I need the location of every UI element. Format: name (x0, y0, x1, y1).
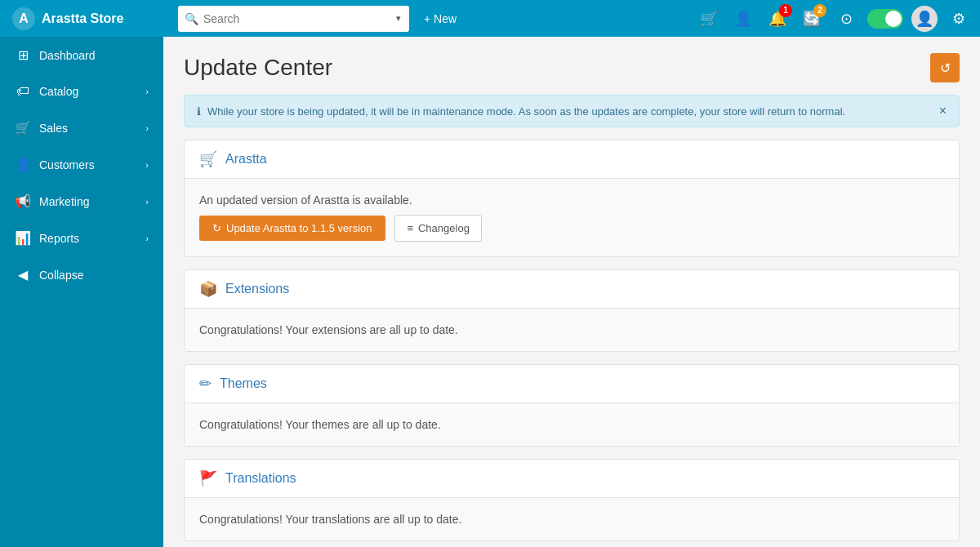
collapse-icon: ◀ (15, 267, 31, 282)
page-title: Update Center (184, 55, 332, 81)
sidebar-item-marketing[interactable]: 📢 Marketing › (0, 183, 163, 220)
arastta-card: 🛒 Arastta An updated version of Arastta … (184, 140, 960, 257)
themes-card-body: Congratulations! Your themes are all up … (185, 403, 959, 446)
sidebar-item-label: Sales (39, 122, 137, 135)
arastta-header-icon: 🛒 (199, 150, 217, 168)
extensions-card: 📦 Extensions Congratulations! Your exten… (184, 269, 960, 352)
extensions-status: Congratulations! Your extensions are all… (199, 323, 944, 336)
customers-icon: 👤 (15, 157, 31, 172)
notifications-button[interactable]: 🔔 1 (764, 6, 791, 32)
arastta-card-body: An updated version of Arastta is availab… (185, 179, 959, 256)
sidebar-item-customers[interactable]: 👤 Customers › (0, 146, 163, 183)
translations-card-header: 🚩 Translations (185, 460, 959, 498)
alert-close-button[interactable]: × (939, 104, 947, 118)
toggle-knob (885, 11, 902, 27)
arastta-card-title: Arastta (225, 152, 267, 167)
sidebar-item-catalog[interactable]: 🏷 Catalog › (0, 73, 163, 109)
maintenance-alert: ℹ While your store is being updated, it … (184, 95, 960, 127)
themes-status: Congratulations! Your themes are all up … (199, 418, 944, 431)
alert-message: While your store is being updated, it wi… (207, 105, 845, 118)
chevron-right-icon: › (145, 160, 149, 170)
user-button[interactable]: 👤 (730, 6, 756, 32)
search-input[interactable] (203, 12, 390, 25)
sales-icon: 🛒 (15, 120, 31, 136)
themes-card: ✏ Themes Congratulations! Your themes ar… (184, 364, 960, 447)
translations-card-body: Congratulations! Your translations are a… (185, 498, 959, 540)
sidebar-item-dashboard[interactable]: ⊞ Dashboard (0, 37, 163, 73)
layout: ⊞ Dashboard 🏷 Catalog › 🛒 Sales › 👤 Cust… (0, 37, 980, 547)
update-notice: An updated version of Arastta is availab… (199, 193, 944, 207)
changelog-icon: ≡ (407, 222, 413, 234)
update-icon: ↻ (212, 222, 221, 234)
translations-status: Congratulations! Your translations are a… (199, 513, 944, 526)
alert-text-row: ℹ While your store is being updated, it … (197, 105, 845, 118)
new-button[interactable]: + New (416, 8, 465, 29)
translations-card: 🚩 Translations Congratulations! Your tra… (184, 459, 960, 541)
themes-card-header: ✏ Themes (185, 365, 959, 403)
themes-card-title: Themes (220, 376, 267, 391)
brand: A Arastta Store (8, 7, 172, 30)
arastta-actions: ↻ Update Arastta to 1.1.5 version ≡ Chan… (199, 215, 944, 242)
extensions-card-body: Congratulations! Your extensions are all… (185, 309, 959, 351)
brand-icon: A (12, 7, 35, 30)
arastta-card-header: 🛒 Arastta (185, 140, 959, 179)
settings-button[interactable]: ⚙ (946, 6, 972, 32)
themes-header-icon: ✏ (199, 375, 212, 393)
update-arastta-button[interactable]: ↻ Update Arastta to 1.1.5 version (199, 216, 385, 241)
sidebar-item-label: Dashboard (39, 49, 149, 62)
sidebar-item-collapse[interactable]: ◀ Collapse (0, 256, 163, 293)
page-refresh-button[interactable]: ↺ (930, 53, 960, 82)
marketing-icon: 📢 (15, 193, 31, 209)
page-title-row: Update Center ↺ (184, 53, 960, 82)
account-button[interactable]: ⊙ (833, 6, 859, 32)
info-icon: ℹ (197, 105, 201, 118)
translations-header-icon: 🚩 (199, 469, 217, 487)
chevron-right-icon: › (145, 123, 149, 133)
refresh-badge: 2 (813, 4, 826, 17)
sidebar-item-label: Marketing (39, 195, 137, 208)
theme-toggle[interactable] (867, 9, 903, 29)
translations-card-title: Translations (225, 471, 296, 486)
sidebar-item-label: Customers (39, 158, 137, 171)
search-dropdown-button[interactable]: ▾ (394, 13, 403, 24)
dashboard-icon: ⊞ (15, 47, 31, 63)
brand-name: Arastta Store (42, 11, 123, 26)
sidebar-item-reports[interactable]: 📊 Reports › (0, 220, 163, 256)
sidebar-item-sales[interactable]: 🛒 Sales › (0, 109, 163, 146)
sidebar: ⊞ Dashboard 🏷 Catalog › 🛒 Sales › 👤 Cust… (0, 37, 163, 547)
sidebar-item-label: Reports (39, 232, 137, 245)
search-bar: 🔍 ▾ (178, 6, 409, 32)
refresh-button[interactable]: 🔄 2 (799, 6, 825, 32)
topnav: A Arastta Store 🔍 ▾ + New 🛒 👤 🔔 1 🔄 2 ⊙ … (0, 0, 980, 37)
main-content: Update Center ↺ ℹ While your store is be… (163, 37, 980, 547)
changelog-button[interactable]: ≡ Changelog (394, 215, 481, 242)
search-icon: 🔍 (185, 12, 198, 25)
chevron-right-icon: › (145, 233, 149, 243)
extensions-card-title: Extensions (225, 282, 289, 296)
avatar[interactable]: 👤 (911, 6, 938, 32)
sidebar-item-label: Collapse (39, 269, 149, 282)
cart-button[interactable]: 🛒 (696, 6, 722, 32)
chevron-right-icon: › (145, 87, 149, 96)
extensions-card-header: 📦 Extensions (185, 270, 959, 309)
reports-icon: 📊 (15, 230, 31, 246)
chevron-right-icon: › (145, 197, 149, 207)
sidebar-item-label: Catalog (39, 85, 137, 98)
catalog-icon: 🏷 (15, 84, 31, 99)
topnav-icons: 🛒 👤 🔔 1 🔄 2 ⊙ 👤 ⚙ (696, 6, 972, 32)
notifications-badge: 1 (779, 4, 792, 17)
extensions-header-icon: 📦 (199, 280, 217, 298)
